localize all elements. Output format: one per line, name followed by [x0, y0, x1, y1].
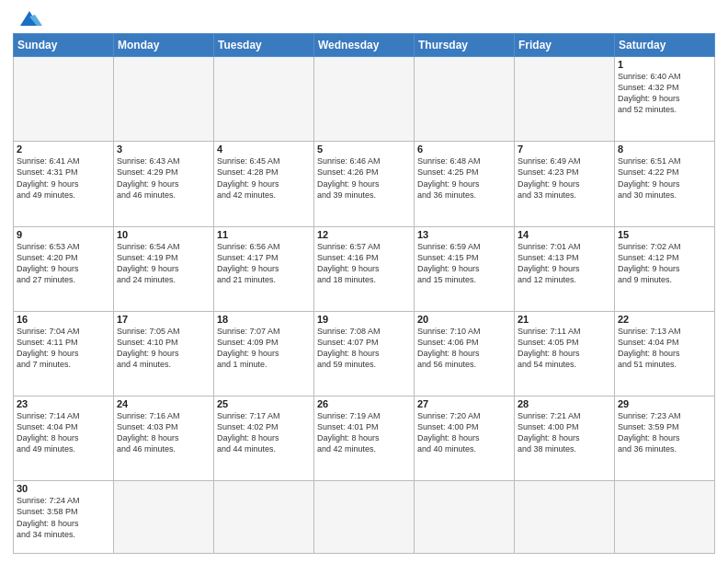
day-number: 1: [618, 59, 711, 70]
day-info: Sunrise: 6:45 AM Sunset: 4:28 PM Dayligh…: [217, 155, 311, 201]
week-row-4: 16Sunrise: 7:04 AM Sunset: 4:11 PM Dayli…: [14, 311, 715, 396]
day-number: 3: [117, 144, 210, 155]
day-info: Sunrise: 6:41 AM Sunset: 4:31 PM Dayligh…: [17, 155, 110, 201]
day-cell: 22Sunrise: 7:13 AM Sunset: 4:04 PM Dayli…: [615, 311, 715, 396]
day-cell: 2Sunrise: 6:41 AM Sunset: 4:31 PM Daylig…: [14, 142, 114, 226]
day-cell: 17Sunrise: 7:05 AM Sunset: 4:10 PM Dayli…: [114, 311, 214, 396]
day-cell: 9Sunrise: 6:53 AM Sunset: 4:20 PM Daylig…: [14, 226, 114, 311]
day-cell: 20Sunrise: 7:10 AM Sunset: 4:06 PM Dayli…: [415, 311, 515, 396]
day-info: Sunrise: 7:13 AM Sunset: 4:04 PM Dayligh…: [618, 326, 711, 371]
day-info: Sunrise: 7:08 AM Sunset: 4:07 PM Dayligh…: [317, 326, 411, 371]
logo: [13, 9, 42, 28]
day-cell: 1Sunrise: 6:40 AM Sunset: 4:32 PM Daylig…: [615, 57, 715, 142]
day-number: 20: [417, 314, 511, 325]
day-cell: 21Sunrise: 7:11 AM Sunset: 4:05 PM Dayli…: [515, 311, 615, 396]
weekday-header-saturday: Saturday: [615, 34, 715, 57]
day-cell: 8Sunrise: 6:51 AM Sunset: 4:22 PM Daylig…: [615, 142, 715, 226]
day-info: Sunrise: 7:20 AM Sunset: 4:00 PM Dayligh…: [417, 410, 511, 455]
logo-icon: [17, 9, 42, 28]
day-cell: 30Sunrise: 7:24 AM Sunset: 3:58 PM Dayli…: [14, 481, 114, 554]
day-info: Sunrise: 6:53 AM Sunset: 4:20 PM Dayligh…: [17, 241, 110, 286]
day-number: 11: [217, 229, 311, 240]
day-cell: [214, 57, 314, 142]
day-cell: 12Sunrise: 6:57 AM Sunset: 4:16 PM Dayli…: [314, 226, 415, 311]
day-number: 10: [117, 229, 210, 240]
day-number: 8: [618, 144, 711, 155]
day-cell: 15Sunrise: 7:02 AM Sunset: 4:12 PM Dayli…: [615, 226, 715, 311]
day-info: Sunrise: 7:11 AM Sunset: 4:05 PM Dayligh…: [518, 326, 611, 371]
day-info: Sunrise: 7:24 AM Sunset: 3:58 PM Dayligh…: [17, 495, 110, 540]
weekday-header-wednesday: Wednesday: [314, 34, 415, 57]
weekday-header-friday: Friday: [515, 34, 615, 57]
day-cell: 6Sunrise: 6:48 AM Sunset: 4:25 PM Daylig…: [415, 142, 515, 226]
header: [13, 9, 715, 28]
day-info: Sunrise: 7:04 AM Sunset: 4:11 PM Dayligh…: [17, 326, 110, 371]
page: SundayMondayTuesdayWednesdayThursdayFrid…: [0, 0, 728, 563]
week-row-5: 23Sunrise: 7:14 AM Sunset: 4:04 PM Dayli…: [14, 396, 715, 481]
weekday-header-sunday: Sunday: [14, 34, 114, 57]
week-row-2: 2Sunrise: 6:41 AM Sunset: 4:31 PM Daylig…: [14, 142, 715, 226]
day-info: Sunrise: 6:59 AM Sunset: 4:15 PM Dayligh…: [417, 241, 511, 286]
day-info: Sunrise: 7:02 AM Sunset: 4:12 PM Dayligh…: [618, 241, 711, 286]
day-number: 6: [417, 144, 511, 155]
day-info: Sunrise: 6:56 AM Sunset: 4:17 PM Dayligh…: [217, 241, 311, 286]
weekday-header-tuesday: Tuesday: [214, 34, 314, 57]
day-info: Sunrise: 7:19 AM Sunset: 4:01 PM Dayligh…: [317, 410, 411, 455]
day-cell: [214, 481, 314, 554]
day-cell: 14Sunrise: 7:01 AM Sunset: 4:13 PM Dayli…: [515, 226, 615, 311]
day-cell: 13Sunrise: 6:59 AM Sunset: 4:15 PM Dayli…: [415, 226, 515, 311]
day-info: Sunrise: 6:49 AM Sunset: 4:23 PM Dayligh…: [518, 155, 611, 201]
day-info: Sunrise: 6:46 AM Sunset: 4:26 PM Dayligh…: [317, 155, 411, 201]
day-number: 7: [518, 144, 611, 155]
day-cell: [314, 57, 415, 142]
day-cell: [314, 481, 415, 554]
day-info: Sunrise: 7:21 AM Sunset: 4:00 PM Dayligh…: [518, 410, 611, 455]
day-cell: [114, 57, 214, 142]
day-cell: [415, 481, 515, 554]
day-number: 29: [618, 398, 711, 409]
day-info: Sunrise: 7:01 AM Sunset: 4:13 PM Dayligh…: [518, 241, 611, 286]
day-cell: [515, 481, 615, 554]
day-number: 19: [317, 314, 411, 325]
day-number: 27: [417, 398, 511, 409]
day-number: 14: [518, 229, 611, 240]
day-number: 5: [317, 144, 411, 155]
day-number: 13: [417, 229, 511, 240]
day-cell: [14, 57, 114, 142]
weekday-header-thursday: Thursday: [415, 34, 515, 57]
day-cell: [615, 481, 715, 554]
day-cell: 16Sunrise: 7:04 AM Sunset: 4:11 PM Dayli…: [14, 311, 114, 396]
day-info: Sunrise: 6:51 AM Sunset: 4:22 PM Dayligh…: [618, 155, 711, 201]
day-cell: [415, 57, 515, 142]
day-number: 12: [317, 229, 411, 240]
day-info: Sunrise: 7:16 AM Sunset: 4:03 PM Dayligh…: [117, 410, 210, 455]
day-number: 22: [618, 314, 711, 325]
day-cell: 24Sunrise: 7:16 AM Sunset: 4:03 PM Dayli…: [114, 396, 214, 481]
day-info: Sunrise: 6:40 AM Sunset: 4:32 PM Dayligh…: [618, 71, 711, 116]
calendar-table: SundayMondayTuesdayWednesdayThursdayFrid…: [13, 33, 715, 554]
day-cell: 23Sunrise: 7:14 AM Sunset: 4:04 PM Dayli…: [14, 396, 114, 481]
day-info: Sunrise: 7:05 AM Sunset: 4:10 PM Dayligh…: [117, 326, 210, 371]
day-cell: 28Sunrise: 7:21 AM Sunset: 4:00 PM Dayli…: [515, 396, 615, 481]
day-cell: [114, 481, 214, 554]
day-cell: 26Sunrise: 7:19 AM Sunset: 4:01 PM Dayli…: [314, 396, 415, 481]
day-cell: [515, 57, 615, 142]
day-info: Sunrise: 6:43 AM Sunset: 4:29 PM Dayligh…: [117, 155, 210, 201]
day-info: Sunrise: 7:07 AM Sunset: 4:09 PM Dayligh…: [217, 326, 311, 371]
day-number: 28: [518, 398, 611, 409]
day-number: 17: [117, 314, 210, 325]
day-cell: 11Sunrise: 6:56 AM Sunset: 4:17 PM Dayli…: [214, 226, 314, 311]
day-cell: 27Sunrise: 7:20 AM Sunset: 4:00 PM Dayli…: [415, 396, 515, 481]
week-row-1: 1Sunrise: 6:40 AM Sunset: 4:32 PM Daylig…: [14, 57, 715, 142]
day-cell: 7Sunrise: 6:49 AM Sunset: 4:23 PM Daylig…: [515, 142, 615, 226]
day-number: 21: [518, 314, 611, 325]
day-info: Sunrise: 7:10 AM Sunset: 4:06 PM Dayligh…: [417, 326, 511, 371]
day-number: 4: [217, 144, 311, 155]
day-info: Sunrise: 7:14 AM Sunset: 4:04 PM Dayligh…: [17, 410, 110, 455]
day-cell: 3Sunrise: 6:43 AM Sunset: 4:29 PM Daylig…: [114, 142, 214, 226]
day-number: 24: [117, 398, 210, 409]
day-cell: 4Sunrise: 6:45 AM Sunset: 4:28 PM Daylig…: [214, 142, 314, 226]
day-info: Sunrise: 6:48 AM Sunset: 4:25 PM Dayligh…: [417, 155, 511, 201]
day-number: 2: [17, 144, 110, 155]
day-number: 9: [17, 229, 110, 240]
